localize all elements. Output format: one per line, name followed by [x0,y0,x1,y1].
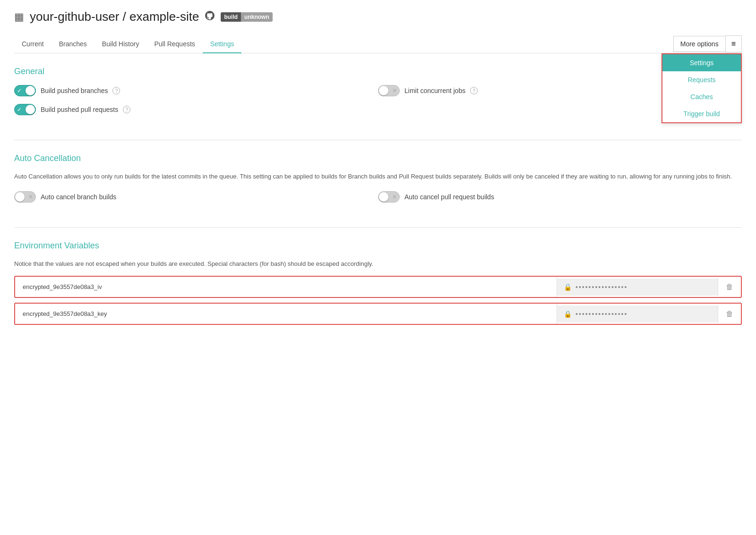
toggle-switch-build-pushed-branches[interactable]: ✓ [14,85,36,96]
dropdown-item-requests[interactable]: Requests [662,71,741,88]
github-icon[interactable] [205,10,215,23]
tab-settings[interactable]: Settings [203,35,242,53]
toggle-switch-auto-cancel-pull-request[interactable]: ✕ [378,191,400,203]
dropdown-item-trigger-build[interactable]: Trigger build [662,105,741,122]
env-var-row-key: encrypted_9e3557de08a3_key 🔒 •••••••••••… [14,303,742,325]
tab-build-history[interactable]: Build History [94,35,147,53]
toggle-label-auto-cancel-pull-request: Auto cancel pull request builds [404,193,494,201]
dropdown-item-settings[interactable]: Settings [662,54,741,71]
toggle-label-build-pushed-branches: Build pushed branches [41,87,108,94]
toggle-switch-build-pushed-pull-requests[interactable]: ✓ [14,104,36,115]
repo-icon: ▦ [14,11,24,23]
tab-current[interactable]: Current [14,35,52,53]
auto-cancellation-title: Auto Cancellation [14,153,742,163]
env-var-row-iv: encrypted_9e3557de08a3_iv 🔒 ••••••••••••… [14,276,742,298]
general-title: General [14,67,742,76]
env-var-delete-iv[interactable]: 🗑 [718,278,741,296]
toggle-auto-cancel-branch: ✕ Auto cancel branch builds [14,191,378,203]
toggle-switch-limit-concurrent-jobs[interactable]: ✕ [378,85,400,96]
toggle-label-limit-concurrent-jobs: Limit concurrent jobs [404,87,465,94]
env-var-value-iv: 🔒 •••••••••••••••• [557,279,718,296]
build-badge: build unknown [221,12,272,22]
env-var-delete-key[interactable]: 🗑 [718,305,741,323]
dropdown-item-caches[interactable]: Caches [662,88,741,105]
env-var-name-key: encrypted_9e3557de08a3_key [15,304,557,324]
env-var-value-key: 🔒 •••••••••••••••• [557,306,718,323]
nav-tabs: Current Branches Build History Pull Requ… [14,35,742,53]
auto-cancellation-section: Auto Cancellation Auto Cancellation allo… [14,153,742,210]
general-toggles: ✓ Build pushed branches ? ✕ Limit concur… [14,85,742,123]
auto-cancellation-description: Auto Cancellation allows you to only run… [14,172,742,182]
help-icon-build-pushed-pull-requests[interactable]: ? [123,106,130,113]
toggle-switch-auto-cancel-branch[interactable]: ✕ [14,191,36,203]
more-options-area: More options ≡ Settings Requests Caches … [673,35,742,52]
separator-2 [14,227,742,228]
badge-value: unknown [241,12,273,22]
toggle-label-auto-cancel-branch: Auto cancel branch builds [41,193,116,201]
help-icon-build-pushed-branches[interactable]: ? [112,87,120,94]
toggle-auto-cancel-pull-request: ✕ Auto cancel pull request builds [378,191,742,203]
dropdown-menu: Settings Requests Caches Trigger build [662,53,742,123]
more-options-button[interactable]: More options [673,36,725,52]
separator-1 [14,140,742,140]
env-vars-section: Environment Variables Notice that the va… [14,241,742,325]
tab-branches[interactable]: Branches [52,35,94,53]
env-var-name-iv: encrypted_9e3557de08a3_iv [15,277,557,297]
env-var-dots-key: •••••••••••••••• [576,310,627,318]
lock-icon-iv: 🔒 [564,283,572,291]
auto-cancellation-toggles: ✕ Auto cancel branch builds ✕ Auto cance… [14,191,742,210]
general-section: General ✓ Build pushed branches ? ✕ [14,67,742,123]
toggle-build-pushed-pull-requests: ✓ Build pushed pull requests ? [14,104,378,115]
env-var-dots-iv: •••••••••••••••• [576,283,627,291]
env-vars-notice: Notice that the values are not escaped w… [14,259,742,269]
env-vars-title: Environment Variables [14,241,742,251]
badge-label: build [221,12,241,22]
toggle-label-build-pushed-pull-requests: Build pushed pull requests [41,106,118,113]
hamburger-button[interactable]: ≡ [725,35,742,52]
toggle-build-pushed-branches: ✓ Build pushed branches ? [14,85,378,96]
repo-title: your-github-user / example-site [30,9,199,24]
lock-icon-key: 🔒 [564,310,572,318]
help-icon-limit-concurrent-jobs[interactable]: ? [470,87,478,94]
tab-pull-requests[interactable]: Pull Requests [146,35,202,53]
